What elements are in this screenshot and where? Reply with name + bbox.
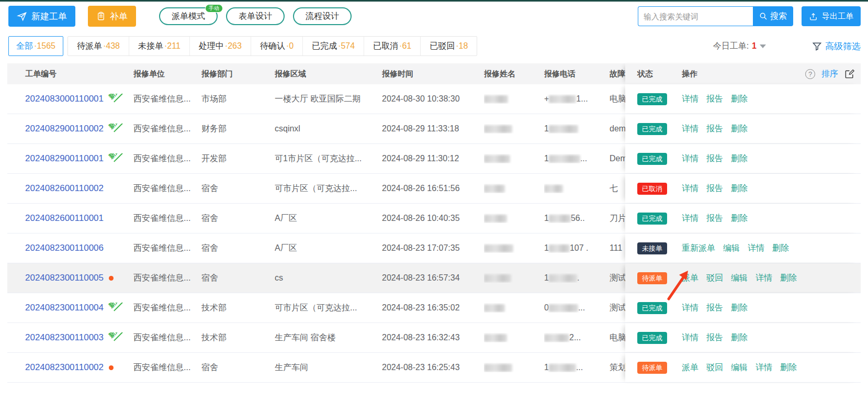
chevron-down-icon[interactable] [760, 44, 766, 48]
action-link-派单[interactable]: 派单 [682, 362, 698, 373]
action-link-重新派单[interactable]: 重新派单 [682, 243, 715, 254]
status-badge: 已完成 [637, 302, 667, 314]
report-name-cell [484, 273, 544, 283]
order-id-link[interactable]: 2024083000110001 [25, 94, 104, 104]
report-time-cell: 2024-08-29 11:33:18 [382, 124, 484, 133]
flow-design-label: 流程设计 [306, 11, 339, 22]
filter-tab-4[interactable]: 已完成·574 [303, 37, 364, 55]
action-link-删除[interactable]: 删除 [731, 303, 748, 314]
action-link-详情[interactable]: 详情 [682, 124, 698, 135]
fault-cell: 电脑 [610, 332, 625, 343]
action-link-报告[interactable]: 报告 [706, 153, 723, 164]
report-area-cell: csqinxl [275, 124, 382, 133]
action-link-派单[interactable]: 派单 [682, 273, 698, 284]
filter-tab-count: ·438 [103, 41, 120, 51]
dispatch-mode-button[interactable]: 派单模式 手动 [159, 7, 218, 25]
action-link-报告[interactable]: 报告 [706, 94, 723, 105]
filter-tab-count: ·211 [164, 41, 181, 51]
action-link-报告[interactable]: 报告 [706, 124, 723, 135]
action-link-删除[interactable]: 删除 [731, 94, 748, 105]
order-id-link[interactable]: 2024082900110002 [25, 124, 104, 134]
new-order-button[interactable]: 新建工单 [8, 6, 75, 27]
order-id-link[interactable]: 2024082300110004 [25, 303, 104, 313]
advanced-filter-button[interactable]: 高级筛选 [812, 40, 861, 52]
filter-tab-5[interactable]: 已取消·61 [364, 37, 421, 55]
supplement-order-button[interactable]: 补单 [88, 6, 136, 27]
manual-badge: 手动 [205, 4, 223, 13]
action-link-删除[interactable]: 删除 [772, 243, 789, 254]
search-button[interactable]: 搜索 [753, 6, 793, 26]
flow-design-button[interactable]: 流程设计 [293, 7, 352, 25]
action-link-删除[interactable]: 删除 [731, 332, 748, 343]
export-orders-button[interactable]: 导出工单 [802, 6, 861, 26]
action-link-详情[interactable]: 详情 [682, 183, 698, 194]
action-link-驳回[interactable]: 驳回 [706, 362, 723, 373]
action-link-详情[interactable]: 详情 [756, 362, 772, 373]
action-link-报告[interactable]: 报告 [706, 303, 723, 314]
action-link-删除[interactable]: 删除 [731, 213, 748, 224]
row-actions: 详情报告删除 [682, 303, 861, 314]
action-link-详情[interactable]: 详情 [682, 94, 698, 105]
status-badge: 已完成 [637, 332, 667, 344]
search-input[interactable] [638, 6, 753, 26]
filter-tab-6[interactable]: 已驳回·18 [421, 37, 477, 55]
table-row: 2024082300110002 西安雀维信息... 宿舍 生产车间 2024-… [7, 353, 861, 383]
report-name-cell [484, 214, 544, 223]
action-link-详情[interactable]: 详情 [682, 213, 698, 224]
filter-tab-0[interactable]: 待派单·438 [68, 37, 129, 55]
report-area-cell: 生产车间 [275, 362, 382, 373]
new-stamp: 新建 [107, 124, 123, 132]
form-design-button[interactable]: 表单设计 [226, 7, 285, 25]
order-id-link[interactable]: 2024082900110001 [25, 153, 104, 164]
col-report-phone: 报修电话 [544, 69, 610, 79]
action-link-删除[interactable]: 删除 [780, 362, 797, 373]
action-link-报告[interactable]: 报告 [706, 332, 723, 343]
filter-tab-count: ·263 [225, 41, 242, 51]
status-badge: 已完成 [637, 153, 667, 165]
action-link-编辑[interactable]: 编辑 [731, 362, 748, 373]
row-actions: 详情报告删除 [682, 183, 861, 194]
action-link-详情[interactable]: 详情 [682, 153, 698, 164]
action-link-删除[interactable]: 删除 [731, 153, 748, 164]
action-link-详情[interactable]: 详情 [748, 243, 764, 254]
report-phone-cell: 1107 . [544, 243, 610, 253]
action-link-删除[interactable]: 删除 [731, 124, 748, 135]
order-id-link[interactable]: 2024082300110002 [25, 362, 104, 373]
edit-sort-icon[interactable] [844, 69, 854, 79]
filter-tab-2[interactable]: 处理中·263 [190, 37, 251, 55]
filter-tab-3[interactable]: 待确认·0 [251, 37, 303, 55]
redacted-blur [549, 274, 577, 282]
action-link-详情[interactable]: 详情 [756, 273, 772, 284]
action-link-报告[interactable]: 报告 [706, 213, 723, 224]
fault-cell: 七 [610, 183, 625, 194]
action-link-详情[interactable]: 详情 [682, 303, 698, 314]
action-link-报告[interactable]: 报告 [706, 183, 723, 194]
unread-dot-icon [109, 276, 114, 281]
report-dept-cell: 宿舍 [201, 362, 275, 373]
action-link-删除[interactable]: 删除 [780, 273, 797, 284]
table-row: 2024082900110002 新建 西安雀维信息... 财务部 csqinx… [7, 114, 861, 144]
table-row: 2024082600110001 西安雀维信息... 宿舍 A厂区 2024-0… [7, 204, 861, 233]
order-id-link[interactable]: 2024082600110001 [25, 213, 104, 224]
report-dept-cell: 技术部 [201, 332, 275, 343]
action-link-编辑[interactable]: 编辑 [731, 273, 748, 284]
report-phone-cell: 156.. [544, 214, 610, 223]
action-link-详情[interactable]: 详情 [682, 332, 698, 343]
filter-tab-1[interactable]: 未接单·211 [129, 37, 190, 55]
new-stamp: 新建 [107, 332, 123, 341]
report-area-cell: A厂区 [275, 213, 382, 224]
order-id-link[interactable]: 2024082300110006 [25, 243, 104, 253]
sort-button[interactable]: 排序 [821, 69, 838, 80]
col-report-name: 报修姓名 [484, 69, 544, 79]
order-id-link[interactable]: 2024082300110005 [25, 273, 104, 283]
help-icon[interactable]: ? [805, 69, 815, 79]
action-link-删除[interactable]: 删除 [731, 183, 748, 194]
filter-tab-label: 已驳回 [430, 41, 455, 52]
action-link-编辑[interactable]: 编辑 [723, 243, 740, 254]
filter-tab-all[interactable]: 全部·1565 [8, 36, 63, 56]
order-id-link[interactable]: 2024082600110002 [25, 183, 104, 194]
action-link-驳回[interactable]: 驳回 [706, 273, 723, 284]
order-id-link[interactable]: 2024082300110003 [25, 332, 104, 343]
report-unit-cell: 西安雀维信息... [133, 153, 201, 164]
status-badge: 待派单 [637, 362, 667, 374]
